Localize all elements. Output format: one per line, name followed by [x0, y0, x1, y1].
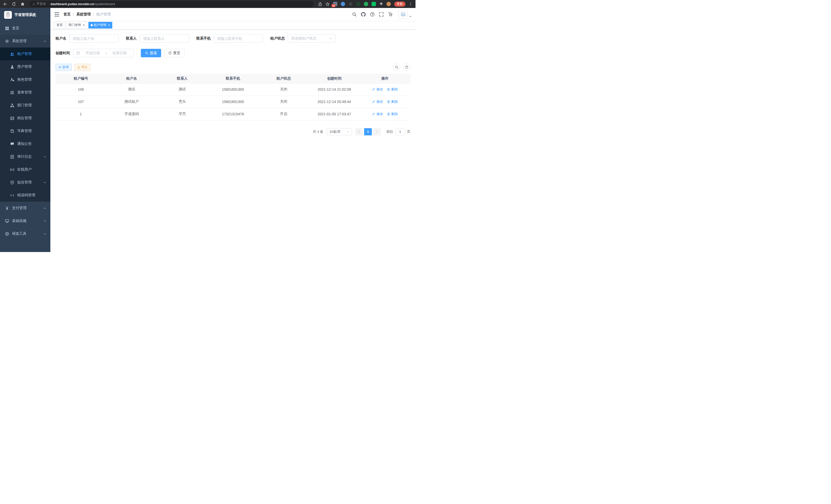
cell-phone: 17321315478 [208, 108, 258, 120]
phone-input[interactable] [217, 36, 260, 40]
sidebar-item-user[interactable]: 用户管理 [0, 60, 50, 73]
reset-button[interactable]: 重置 [164, 49, 184, 57]
sidebar-item-role[interactable]: 角色管理 [0, 73, 50, 86]
status-select[interactable]: 请选择租户状态 [288, 34, 336, 42]
sidebar-item-system[interactable]: 系统管理 [0, 35, 50, 48]
breadcrumb-system[interactable]: 系统管理 [76, 12, 91, 17]
id-badge-icon [10, 116, 14, 120]
bookmark-star-icon[interactable] [325, 2, 330, 6]
browser-extension-icon[interactable] [364, 2, 368, 6]
date-start-placeholder: 开始日期 [82, 51, 104, 56]
plus-icon [59, 66, 61, 68]
sidebar-item-audit[interactable]: 审计日志 [0, 150, 50, 163]
sidebar-item-infra[interactable]: 基础设施 [0, 214, 50, 227]
tenant-table: 租户编号 租户名 联系人 联系手机 租户状态 创建时间 操作 108 测试 测试 [56, 74, 410, 120]
edit-button[interactable]: 修改 [372, 99, 383, 104]
address-bar[interactable]: ⚠ 不安全 dashboard.yudao.iocoder.cn/system/… [29, 1, 314, 7]
browser-nav [3, 2, 25, 6]
sidebar-item-home[interactable]: 首页 [0, 22, 50, 35]
sidebar-item-tenant[interactable]: 租户管理 [0, 48, 50, 60]
edit-label: 修改 [376, 112, 383, 116]
code-icon [10, 194, 14, 197]
font-size-icon[interactable] [388, 12, 393, 17]
url-domain: dashboard.yudao.iocoder.cn [50, 2, 94, 6]
search-button[interactable]: 搜索 [141, 49, 161, 57]
cell-contact: 芋艿 [157, 108, 208, 120]
page-size-select[interactable]: 10条/页 [327, 128, 352, 136]
back-icon[interactable] [3, 2, 7, 6]
page-number-button[interactable]: 1 [364, 128, 372, 136]
browser-extension-icon[interactable] [372, 2, 376, 6]
app-logo[interactable]: 芋道管理系统 [0, 8, 50, 22]
refresh-table-button[interactable] [403, 63, 410, 71]
user-menu[interactable] [399, 10, 412, 19]
security-label: 不安全 [36, 2, 46, 6]
sidebar-item-devtools[interactable]: 研发工具 [0, 227, 50, 240]
sidebar-item-sms[interactable]: 短信管理 [0, 176, 50, 189]
sidebar-item-label: 字典管理 [17, 129, 32, 133]
date-end-placeholder: 结束日期 [109, 51, 130, 56]
github-icon[interactable] [361, 12, 366, 17]
chevron-down-icon [44, 181, 46, 184]
reload-icon[interactable] [12, 2, 16, 6]
close-icon[interactable]: × [83, 23, 85, 27]
share-icon[interactable] [318, 2, 322, 6]
tenant-name-input[interactable] [73, 36, 115, 40]
sidebar-item-menu[interactable]: 菜单管理 [0, 86, 50, 99]
prev-page-button[interactable] [355, 128, 363, 136]
sidebar-item-label: 系统管理 [12, 39, 26, 43]
tab-tenant[interactable]: 租户管理 × [88, 22, 113, 29]
sidebar-item-errorcode[interactable]: 错误码管理 [0, 189, 50, 202]
tab-home[interactable]: 首页 [54, 22, 65, 29]
delete-button[interactable]: 删除 [387, 112, 398, 116]
browser-profile-avatar[interactable] [386, 2, 391, 6]
edit-button[interactable]: 修改 [372, 87, 383, 92]
delete-button[interactable]: 删除 [387, 99, 398, 104]
contact-input[interactable] [143, 36, 186, 40]
cell-tenant-id: 1 [56, 108, 106, 120]
tab-dept[interactable]: 部门管理 × [66, 22, 87, 29]
cell-tenant-name: 芋道源码 [106, 108, 157, 120]
chevron-down-icon [329, 37, 332, 40]
user-icon [10, 65, 14, 69]
browser-update-button[interactable]: 更新 [394, 2, 405, 7]
search-icon [395, 65, 398, 69]
extensions-puzzle-icon[interactable] [379, 2, 383, 6]
goto-page-input[interactable] [395, 128, 405, 136]
delete-button[interactable]: 删除 [387, 87, 398, 92]
sidebar-item-online[interactable]: 在线用户 [0, 163, 50, 176]
sidebar-item-post[interactable]: 岗位管理 [0, 112, 50, 125]
monitor-icon [5, 219, 9, 223]
role-icon [10, 78, 14, 82]
close-icon[interactable]: × [108, 23, 110, 27]
security-indicator[interactable]: ⚠ 不安全 [32, 2, 46, 6]
gear-icon [5, 39, 9, 43]
next-page-button[interactable] [373, 128, 381, 136]
home-icon[interactable] [21, 2, 25, 6]
edit-button[interactable]: 修改 [372, 112, 383, 116]
sidebar-item-dept[interactable]: 部门管理 [0, 99, 50, 112]
hamburger-icon[interactable] [54, 12, 59, 17]
search-icon[interactable] [352, 12, 357, 17]
sidebar-item-notice[interactable]: 通知公告 [0, 138, 50, 150]
edit-label: 修改 [376, 99, 383, 104]
date-range-picker[interactable]: 开始日期 - 结束日期 [73, 49, 134, 57]
browser-menu-icon[interactable] [409, 2, 412, 6]
browser-extension-icon[interactable] [348, 2, 353, 6]
calendar-icon [76, 51, 80, 55]
browser-extension-icon[interactable]: 10 [333, 2, 337, 6]
page-size-value: 10条/页 [329, 129, 341, 134]
add-button[interactable]: 新增 [56, 64, 72, 71]
breadcrumb-home[interactable]: 首页 [63, 12, 71, 17]
reset-button-label: 重置 [173, 51, 180, 56]
browser-extension-icon[interactable] [341, 2, 345, 6]
help-icon[interactable] [370, 12, 375, 17]
sidebar-item-dict[interactable]: 字典管理 [0, 125, 50, 138]
toggle-search-button[interactable] [393, 63, 400, 71]
phone-input-wrap [214, 34, 263, 42]
export-button[interactable]: 导出 [74, 64, 90, 71]
fullscreen-icon[interactable] [379, 12, 384, 17]
sidebar-item-payment[interactable]: 支付管理 [0, 202, 50, 214]
browser-extension-icon[interactable] [356, 2, 361, 6]
pagination: 共 3 条 10条/页 1 前往 页 [56, 128, 410, 136]
